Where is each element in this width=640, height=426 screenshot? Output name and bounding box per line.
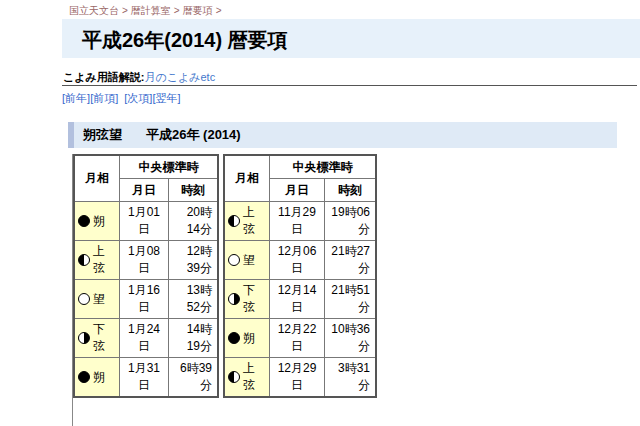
new-moon-icon (228, 332, 240, 344)
time-cell: 13時52分 (169, 280, 219, 319)
date-cell: 1月16日 (120, 280, 169, 319)
column-header-date: 月日 (120, 179, 169, 202)
table-row: 望 12月06日 21時27分 (224, 241, 376, 280)
section-header: 朔弦望 平成26年 (2014) (68, 122, 617, 148)
year-item-nav: [前年][前項][次項][翌年] (62, 91, 181, 106)
moon-phase-cell: 朔 (74, 202, 120, 241)
table-row: 上弦 1月08日 12時39分 (74, 241, 218, 280)
nav-link-prev-item[interactable]: [前項] (90, 92, 118, 104)
section-title: 朔弦望 (83, 126, 122, 144)
date-cell: 12月06日 (270, 241, 325, 280)
moon-phase-table-left: 月相 中央標準時 月日 時刻 朔 1月01日 20時14分 上弦 1月08日 1… (73, 154, 219, 398)
phase-label: 上弦 (243, 204, 266, 238)
moon-phase-cell: 望 (74, 280, 120, 319)
date-cell: 12月22日 (270, 319, 325, 358)
full-moon-icon (228, 254, 240, 266)
nav-link-next-item[interactable]: [次項] (124, 92, 152, 104)
moon-phase-tables: 月相 中央標準時 月日 時刻 朔 1月01日 20時14分 上弦 1月08日 1… (73, 154, 377, 398)
title-bar: 平成26年(2014) 暦要項 (62, 19, 640, 58)
moon-phase-cell: 上弦 (74, 241, 120, 280)
table-row: 下弦 1月24日 14時19分 (74, 319, 218, 358)
breadcrumb-separator: > (174, 5, 180, 16)
moon-phase-cell: 望 (224, 241, 270, 280)
new-moon-icon (78, 215, 90, 227)
time-cell: 20時14分 (169, 202, 219, 241)
table-row: 朔 1月31日 6時39分 (74, 358, 218, 398)
moon-phase-cell: 下弦 (224, 280, 270, 319)
breadcrumb-link-naoj[interactable]: 国立天文台 (69, 5, 119, 16)
date-cell: 1月08日 (120, 241, 169, 280)
breadcrumb: 国立天文台>暦計算室>暦要項> (69, 4, 225, 18)
last-quarter-moon-icon (78, 332, 90, 344)
moon-phase-cell: 上弦 (224, 202, 270, 241)
column-header-phase: 月相 (224, 155, 270, 202)
page-title: 平成26年(2014) 暦要項 (62, 19, 640, 54)
date-cell: 1月24日 (120, 319, 169, 358)
glossary-line: こよみ用語解説:月のこよみetc (63, 70, 215, 85)
nav-link-prev-year[interactable]: [前年] (62, 92, 90, 104)
first-quarter-moon-icon (78, 254, 90, 266)
moon-phase-table-right: 月相 中央標準時 月日 時刻 上弦 11月29日 19時06分 望 12月06日… (223, 154, 377, 398)
full-moon-icon (78, 293, 90, 305)
time-cell: 14時19分 (169, 319, 219, 358)
table-row: 望 1月16日 13時52分 (74, 280, 218, 319)
column-header-standard-time: 中央標準時 (120, 155, 219, 179)
time-cell: 10時36分 (325, 319, 377, 358)
phase-label: 上弦 (243, 360, 266, 394)
date-cell: 12月29日 (270, 358, 325, 398)
table-row: 上弦 12月29日 3時31分 (224, 358, 376, 398)
glossary-label: こよみ用語解説: (63, 71, 144, 83)
column-header-standard-time: 中央標準時 (270, 155, 377, 179)
first-quarter-moon-icon (228, 215, 240, 227)
breadcrumb-separator: > (216, 5, 222, 16)
date-cell: 11月29日 (270, 202, 325, 241)
moon-phase-cell: 上弦 (224, 358, 270, 398)
phase-label: 朔 (243, 330, 255, 347)
time-cell: 19時06分 (325, 202, 377, 241)
last-quarter-moon-icon (228, 293, 240, 305)
phase-label: 望 (93, 291, 105, 308)
moon-phase-cell: 朔 (74, 358, 120, 398)
moon-phase-cell: 朔 (224, 319, 270, 358)
table-row: 朔 12月22日 10時36分 (224, 319, 376, 358)
phase-label: 朔 (93, 369, 105, 386)
first-quarter-moon-icon (228, 371, 240, 383)
phase-label: 下弦 (93, 321, 116, 355)
phase-label: 朔 (93, 213, 105, 230)
date-cell: 1月31日 (120, 358, 169, 398)
divider (62, 85, 637, 86)
breadcrumb-separator: > (122, 5, 128, 16)
column-header-time: 時刻 (325, 179, 377, 202)
date-cell: 12月14日 (270, 280, 325, 319)
table-row: 朔 1月01日 20時14分 (74, 202, 218, 241)
content-area: 月相 中央標準時 月日 時刻 朔 1月01日 20時14分 上弦 1月08日 1… (72, 154, 377, 426)
table-row: 下弦 12月14日 21時51分 (224, 280, 376, 319)
table-row: 上弦 11月29日 19時06分 (224, 202, 376, 241)
time-cell: 21時51分 (325, 280, 377, 319)
section-year: 平成26年 (2014) (146, 126, 241, 144)
phase-label: 望 (243, 252, 255, 269)
phase-label: 上弦 (93, 243, 116, 277)
column-header-time: 時刻 (169, 179, 219, 202)
date-cell: 1月01日 (120, 202, 169, 241)
column-header-phase: 月相 (74, 155, 120, 202)
time-cell: 21時27分 (325, 241, 377, 280)
time-cell: 3時31分 (325, 358, 377, 398)
breadcrumb-link-calendar-items[interactable]: 暦要項 (183, 5, 213, 16)
breadcrumb-link-calendar-room[interactable]: 暦計算室 (131, 5, 171, 16)
new-moon-icon (78, 371, 90, 383)
phase-label: 下弦 (243, 282, 266, 316)
nav-link-next-year[interactable]: [翌年] (152, 92, 180, 104)
time-cell: 12時39分 (169, 241, 219, 280)
glossary-link-moon-calendar[interactable]: 月のこよみetc (144, 71, 215, 83)
time-cell: 6時39分 (169, 358, 219, 398)
moon-phase-cell: 下弦 (74, 319, 120, 358)
column-header-date: 月日 (270, 179, 325, 202)
